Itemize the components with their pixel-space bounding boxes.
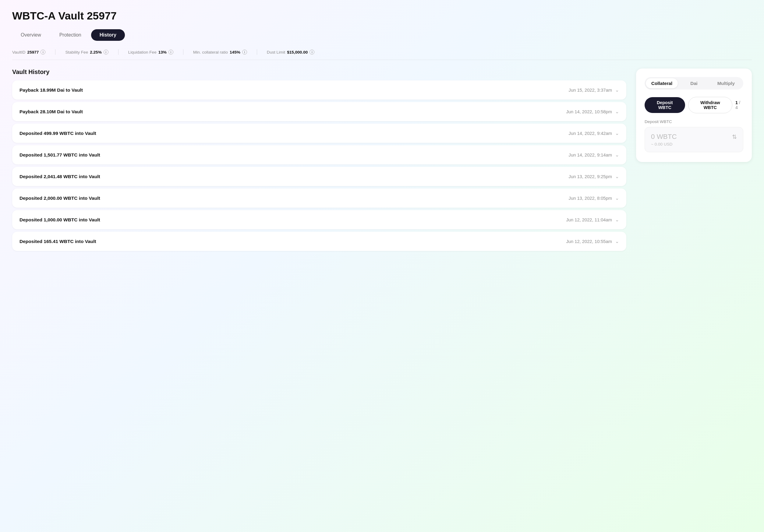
chevron-down-icon: ⌄ [615,152,619,158]
history-item-label: Deposited 165.41 WBTC into Vault [20,239,96,244]
dust-limit-meta: Dust Limit $15,000.00 i [267,50,314,55]
panel-tab-multiply[interactable]: Multiply [710,78,742,88]
liquidation-fee-label: Liquidation Fee [128,50,157,55]
chevron-down-icon: ⌄ [615,239,619,244]
dust-limit-label: Dust Limit [267,50,285,55]
history-item-date-text: Jun 15, 2022, 3:37am [569,88,612,92]
min-collateral-info-icon[interactable]: i [242,50,247,55]
history-item-date-text: Jun 14, 2022, 10:58pm [566,109,612,114]
history-item-date: Jun 12, 2022, 11:04am ⌄ [566,217,619,223]
meta-divider-3 [183,49,183,55]
tab-overview[interactable]: Overview [12,29,50,41]
withdraw-wbtc-button[interactable]: Withdraw WBTC [688,97,733,113]
page-separator: / [739,100,740,105]
stability-fee-meta: Stability Fee 2.25% i [65,50,108,55]
meta-divider-4 [257,49,257,55]
chevron-down-icon: ⌄ [615,109,619,114]
history-item-date: Jun 14, 2022, 9:42am ⌄ [569,130,619,136]
history-item-date: Jun 15, 2022, 3:37am ⌄ [569,87,619,93]
vault-id-info-icon[interactable]: i [41,50,45,55]
chevron-down-icon: ⌄ [615,217,619,223]
history-section-title: Vault History [12,69,626,76]
meta-bar: VaultID 25977 i Stability Fee 2.25% i Li… [12,49,752,60]
page-current: 1 [735,100,738,105]
swap-icon: ⇅ [732,133,737,140]
page-indicator: 1 / 4 [735,100,743,110]
chevron-down-icon: ⌄ [615,174,619,179]
meta-divider-2 [118,49,118,55]
panel-tab-bar: Collateral Dai Multiply [645,77,743,89]
history-item-label: Deposited 1,000.00 WBTC into Vault [20,217,100,223]
vault-id-value: 25977 [27,50,39,55]
deposit-label: Deposit WBTC [645,119,743,124]
tab-history[interactable]: History [91,29,125,41]
history-list: Payback 18.99M Dai to Vault Jun 15, 2022… [12,81,626,251]
tab-bar: Overview Protection History [12,29,752,41]
history-item[interactable]: Payback 18.99M Dai to Vault Jun 15, 2022… [12,81,626,99]
history-item-label: Payback 18.99M Dai to Vault [20,88,83,93]
history-item[interactable]: Deposited 499.99 WBTC into Vault Jun 14,… [12,124,626,143]
history-item-date-text: Jun 14, 2022, 9:42am [569,131,612,136]
deposit-input-box[interactable]: 0 WBTC ⇅ ~ 0.00 USD [645,127,743,152]
vault-id-label: VaultID [12,50,26,55]
history-item-date: Jun 14, 2022, 9:14am ⌄ [569,152,619,158]
stability-fee-label: Stability Fee [65,50,88,55]
history-item-label: Deposited 2,041.48 WBTC into Vault [20,174,100,179]
history-item-label: Deposited 1,501.77 WBTC into Vault [20,152,100,158]
meta-divider-1 [55,49,56,55]
liquidation-fee-value: 13% [158,50,167,55]
tab-protection[interactable]: Protection [51,29,90,41]
history-item-date: Jun 14, 2022, 10:58pm ⌄ [566,109,619,114]
deposit-usd: ~ 0.00 USD [651,142,737,146]
history-item-date-text: Jun 12, 2022, 11:04am [566,218,612,222]
min-collateral-value: 145% [230,50,240,55]
right-panel: Collateral Dai Multiply Deposit WBTC Wit… [636,69,752,162]
main-layout: Vault History Payback 18.99M Dai to Vaul… [12,69,752,251]
min-collateral-label: Min. collateral ratio [193,50,228,55]
panel-tab-collateral[interactable]: Collateral [646,78,678,88]
history-item-label: Payback 28.10M Dai to Vault [20,109,83,114]
history-item-date-text: Jun 13, 2022, 8:05pm [569,196,612,201]
stability-fee-value: 2.25% [90,50,102,55]
chevron-down-icon: ⌄ [615,195,619,201]
history-item-date-text: Jun 14, 2022, 9:14am [569,153,612,157]
chevron-down-icon: ⌄ [615,87,619,93]
panel-tab-dai[interactable]: Dai [678,78,710,88]
deposit-wbtc-button[interactable]: Deposit WBTC [645,97,685,113]
history-item-label: Deposited 499.99 WBTC into Vault [20,131,96,136]
page-total: 4 [735,105,738,110]
history-item-date: Jun 13, 2022, 9:25pm ⌄ [569,174,619,179]
dust-limit-info-icon[interactable]: i [309,50,314,55]
history-item[interactable]: Deposited 165.41 WBTC into Vault Jun 12,… [12,232,626,251]
history-item-label: Deposited 2,000.00 WBTC into Vault [20,196,100,201]
stability-fee-info-icon[interactable]: i [103,50,108,55]
history-item[interactable]: Payback 28.10M Dai to Vault Jun 14, 2022… [12,102,626,121]
vault-id-meta: VaultID 25977 i [12,50,45,55]
liquidation-fee-info-icon[interactable]: i [168,50,173,55]
action-buttons: Deposit WBTC Withdraw WBTC 1 / 4 [645,97,743,113]
history-item-date-text: Jun 12, 2022, 10:55am [566,239,612,244]
history-item[interactable]: Deposited 1,000.00 WBTC into Vault Jun 1… [12,210,626,229]
page-title: WBTC-A Vault 25977 [12,10,752,22]
deposit-amount-text: 0 WBTC [651,133,677,141]
history-section: Vault History Payback 18.99M Dai to Vaul… [12,69,626,251]
min-collateral-meta: Min. collateral ratio 145% i [193,50,247,55]
history-item-date: Jun 12, 2022, 10:55am ⌄ [566,239,619,244]
history-item-date: Jun 13, 2022, 8:05pm ⌄ [569,195,619,201]
history-item[interactable]: Deposited 2,000.00 WBTC into Vault Jun 1… [12,189,626,208]
history-item[interactable]: Deposited 2,041.48 WBTC into Vault Jun 1… [12,167,626,186]
history-item-date-text: Jun 13, 2022, 9:25pm [569,174,612,179]
liquidation-fee-meta: Liquidation Fee 13% i [128,50,173,55]
deposit-amount: 0 WBTC ⇅ [651,133,737,141]
dust-limit-value: $15,000.00 [287,50,308,55]
panel-card: Collateral Dai Multiply Deposit WBTC Wit… [636,69,752,162]
chevron-down-icon: ⌄ [615,130,619,136]
history-item[interactable]: Deposited 1,501.77 WBTC into Vault Jun 1… [12,145,626,164]
